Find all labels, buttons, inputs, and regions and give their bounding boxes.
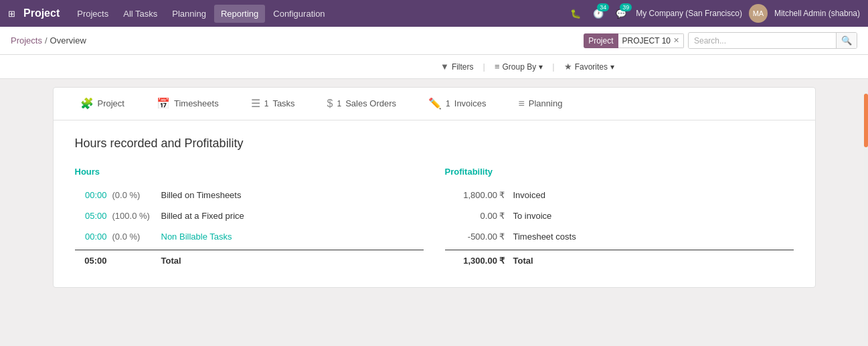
- hours-pct-2: (0.0 %): [112, 232, 156, 242]
- filters-label: Filters: [452, 62, 474, 72]
- clock-icon-btn[interactable]: 🕐 34: [590, 6, 606, 21]
- tab-sales-orders[interactable]: $ 1 Sales Orders: [311, 88, 412, 120]
- hours-total-val: 05:00: [75, 256, 107, 266]
- app-title: Project: [23, 7, 60, 19]
- profit-total-row: 1,300.00 ₹ Total: [445, 250, 794, 271]
- breadcrumb-current: Overview: [50, 35, 86, 46]
- hours-section: Hours 00:00 (0.0 %) Billed on Timesheets…: [75, 167, 424, 271]
- profit-total-label: Total: [513, 256, 533, 266]
- hours-row-1: 05:00 (100.0 %) Billed at a Fixed price: [75, 205, 424, 226]
- hours-total-label: Total: [161, 256, 424, 266]
- nav-projects[interactable]: Projects: [70, 5, 115, 23]
- hours-val-2: 00:00: [75, 232, 107, 242]
- planning-icon: ≡: [518, 98, 524, 110]
- nav-links: Projects All Tasks Planning Reporting Co…: [70, 5, 565, 23]
- filter-bar: Projects / Overview Project PROJECT 10 ✕…: [0, 27, 868, 55]
- dollar-icon: $: [327, 98, 333, 110]
- search-icon[interactable]: 🔍: [836, 33, 857, 48]
- card-body: Hours recorded and Profitability Hours 0…: [54, 120, 815, 287]
- toolbar: ▼ Filters | ≡ Group By ▾ | ★ Favorites ▾: [0, 55, 868, 79]
- breadcrumb-link[interactable]: Projects: [11, 35, 42, 46]
- profit-label-2: Timesheet costs: [513, 232, 576, 242]
- filter-tag-value: PROJECT 10 ✕: [618, 33, 684, 48]
- hours-label-0: Billed on Timesheets: [161, 190, 424, 200]
- chat-badge: 39: [620, 3, 632, 11]
- profit-row-0: 1,800.00 ₹ Invoiced: [445, 185, 794, 205]
- tab-tasks-count: 1: [264, 99, 269, 108]
- bug-icon: 🐛: [570, 9, 581, 19]
- grid-icon[interactable]: ⊞: [8, 9, 15, 19]
- hours-val-0: 00:00: [75, 190, 107, 200]
- filter-right: Project PROJECT 10 ✕ 🔍: [584, 32, 857, 49]
- profit-val-2: -500.00 ₹: [445, 232, 505, 242]
- toolbar-divider-1: |: [483, 62, 485, 72]
- nav-planning[interactable]: Planning: [165, 5, 213, 23]
- metrics-grid: Hours 00:00 (0.0 %) Billed on Timesheets…: [75, 167, 794, 271]
- hours-val-1: 05:00: [75, 211, 107, 221]
- profit-val-0: 1,800.00 ₹: [445, 190, 505, 200]
- hours-pct-1: (100.0 %): [112, 211, 156, 221]
- tab-planning-label: Planning: [529, 98, 563, 108]
- hours-label-1: Billed at a Fixed price: [161, 211, 424, 221]
- tab-sales-label: Sales Orders: [345, 98, 396, 108]
- star-icon: ★: [564, 62, 572, 72]
- favorites-label: Favorites: [575, 62, 608, 72]
- section-title: Hours recorded and Profitability: [75, 137, 794, 151]
- filter-tag-text: PROJECT 10: [622, 36, 671, 46]
- tasks-icon: ☰: [251, 97, 260, 110]
- filter-tag-label: Project: [584, 34, 618, 48]
- filter-icon: ▼: [440, 62, 449, 72]
- favorites-button[interactable]: ★ Favorites ▾: [559, 59, 620, 74]
- group-by-button[interactable]: ≡ Group By ▾: [489, 59, 548, 74]
- group-by-label: Group By: [503, 62, 537, 72]
- group-by-icon: ≡: [495, 62, 500, 72]
- nav-reporting[interactable]: Reporting: [214, 5, 265, 23]
- company-selector[interactable]: My Company (San Francisco): [636, 9, 742, 18]
- breadcrumb-separator: /: [45, 35, 48, 46]
- avatar-initials: MA: [753, 9, 764, 17]
- main-content: 🧩 Project 📅 Timesheets ☰ 1 Tasks $ 1 Sal…: [0, 79, 868, 296]
- favorites-chevron: ▾: [610, 62, 614, 72]
- nav-alltasks[interactable]: All Tasks: [116, 5, 164, 23]
- hours-label-2[interactable]: Non Billable Tasks: [161, 232, 424, 242]
- calendar-icon: 📅: [157, 97, 170, 110]
- card-tabs: 🧩 Project 📅 Timesheets ☰ 1 Tasks $ 1 Sal…: [54, 88, 815, 120]
- tab-tasks-label: Tasks: [272, 98, 294, 108]
- tab-tasks[interactable]: ☰ 1 Tasks: [235, 88, 311, 120]
- navbar: ⊞ Project Projects All Tasks Planning Re…: [0, 0, 868, 27]
- nav-configuration[interactable]: Configuration: [266, 5, 331, 23]
- tab-timesheets[interactable]: 📅 Timesheets: [141, 88, 235, 120]
- breadcrumb: Projects / Overview: [11, 35, 86, 46]
- tab-timesheets-label: Timesheets: [174, 98, 219, 108]
- tab-invoices[interactable]: ✏️ 1 Invoices: [412, 88, 502, 120]
- search-box: 🔍: [688, 32, 857, 49]
- tab-invoices-count: 1: [446, 99, 450, 108]
- tab-project[interactable]: 🧩 Project: [64, 88, 141, 120]
- profit-label-1: To invoice: [513, 211, 552, 221]
- project-card: 🧩 Project 📅 Timesheets ☰ 1 Tasks $ 1 Sal…: [53, 87, 816, 288]
- filter-tag-remove[interactable]: ✕: [673, 36, 679, 45]
- puzzle-icon: 🧩: [80, 97, 94, 110]
- profit-label-0: Invoiced: [513, 190, 545, 200]
- hours-pct-0: (0.0 %): [112, 190, 156, 200]
- avatar[interactable]: MA: [749, 4, 768, 23]
- profit-total-val: 1,300.00 ₹: [445, 256, 505, 266]
- tab-planning[interactable]: ≡ Planning: [502, 88, 578, 120]
- search-input[interactable]: [689, 33, 836, 48]
- scroll-thumb[interactable]: [864, 94, 868, 147]
- profitability-title: Profitability: [445, 167, 794, 177]
- debug-icon-btn[interactable]: 🐛: [568, 6, 584, 21]
- toolbar-divider-2: |: [552, 62, 554, 72]
- project-filter-tag: Project PROJECT 10 ✕: [584, 33, 684, 48]
- user-name[interactable]: Mitchell Admin (shabna): [774, 9, 860, 18]
- tab-invoices-label: Invoices: [454, 98, 487, 108]
- edit-icon: ✏️: [428, 97, 442, 110]
- tab-sales-count: 1: [337, 99, 342, 108]
- hours-total-row: 05:00 Total: [75, 250, 424, 271]
- profit-row-2: -500.00 ₹ Timesheet costs: [445, 226, 794, 247]
- filters-button[interactable]: ▼ Filters: [435, 59, 479, 74]
- clock-badge: 34: [597, 3, 609, 11]
- scrollbar[interactable]: [864, 94, 868, 296]
- chat-icon-btn[interactable]: 💬 39: [613, 6, 629, 21]
- hours-row-0: 00:00 (0.0 %) Billed on Timesheets: [75, 185, 424, 205]
